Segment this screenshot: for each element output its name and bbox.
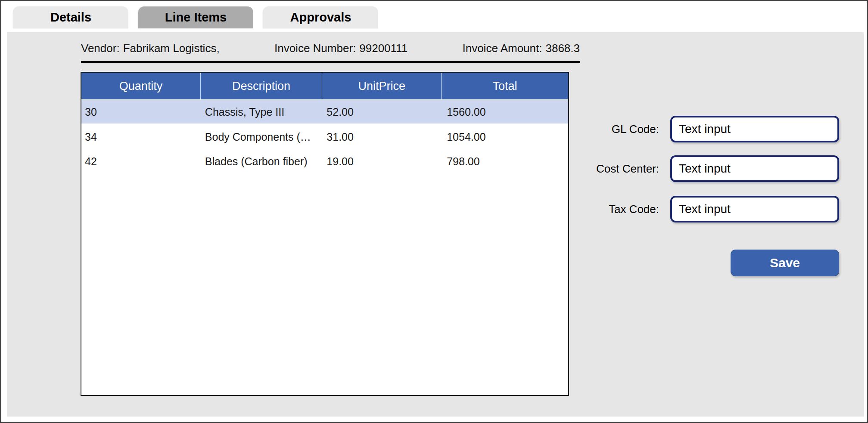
invoice-amount-label: Invoice Amount: [462,42,542,55]
column-header-unitprice: UnitPrice [322,73,442,99]
tax-code-field-row: Tax Code: [573,196,839,222]
vendor-value: Fabrikam Logistics, [123,42,220,55]
cell-description: Body Components (… [201,131,323,143]
column-header-quantity: Quantity [81,73,201,99]
cell-description: Chassis, Type III [201,106,323,118]
cell-unit_price: 52.00 [322,106,442,118]
cost-center-input[interactable] [670,155,839,182]
save-button[interactable]: Save [731,250,839,276]
line-items-table: Quantity Description UnitPrice Total 30C… [81,72,569,396]
invoice-amount: Invoice Amount:3868.3 [462,42,580,55]
invoice-amount-value: 3868.3 [545,42,580,55]
tax-code-label: Tax Code: [573,203,659,216]
vendor-label: Vendor: [81,42,120,55]
invoice-summary-header: Vendor:Fabrikam Logistics, Invoice Numbe… [81,42,580,63]
cell-total: 1054.00 [442,131,568,143]
invoice-number: Invoice Number:99200111 [274,42,408,55]
column-header-total: Total [442,73,568,99]
tax-code-input[interactable] [670,196,839,222]
gl-code-input[interactable] [670,116,839,142]
line-items-panel: Vendor:Fabrikam Logistics, Invoice Numbe… [7,32,864,417]
tab-details[interactable]: Details [13,6,128,28]
invoice-number-label: Invoice Number: [274,42,356,55]
gl-code-label: GL Code: [573,123,659,136]
cell-quantity: 34 [81,131,201,143]
table-header-row: Quantity Description UnitPrice Total [81,73,568,100]
cost-center-field-row: Cost Center: [573,155,839,182]
column-header-description: Description [201,73,323,99]
table-row[interactable]: 30Chassis, Type III52.001560.00 [81,100,568,125]
cell-description: Blades (Carbon fiber) [201,155,323,168]
tab-approvals[interactable]: Approvals [263,6,378,28]
table-row[interactable]: 34Body Components (…31.001054.00 [81,125,568,149]
cell-total: 1560.00 [442,106,568,118]
tab-strip: Details Line Items Approvals [13,6,378,28]
table-body: 30Chassis, Type III52.001560.0034Body Co… [81,100,568,395]
cell-unit_price: 19.00 [322,155,442,168]
invoice-number-value: 99200111 [359,42,408,55]
tab-line-items[interactable]: Line Items [138,6,253,28]
cell-quantity: 42 [81,155,201,168]
app-window: Details Line Items Approvals Vendor:Fabr… [0,0,868,423]
cost-center-label: Cost Center: [573,162,659,176]
cell-total: 798.00 [442,155,568,168]
table-row[interactable]: 42Blades (Carbon fiber)19.00798.00 [81,149,568,174]
invoice-vendor: Vendor:Fabrikam Logistics, [81,42,220,55]
cell-unit_price: 31.00 [322,131,442,143]
gl-code-field-row: GL Code: [573,116,839,142]
cell-quantity: 30 [81,106,201,118]
